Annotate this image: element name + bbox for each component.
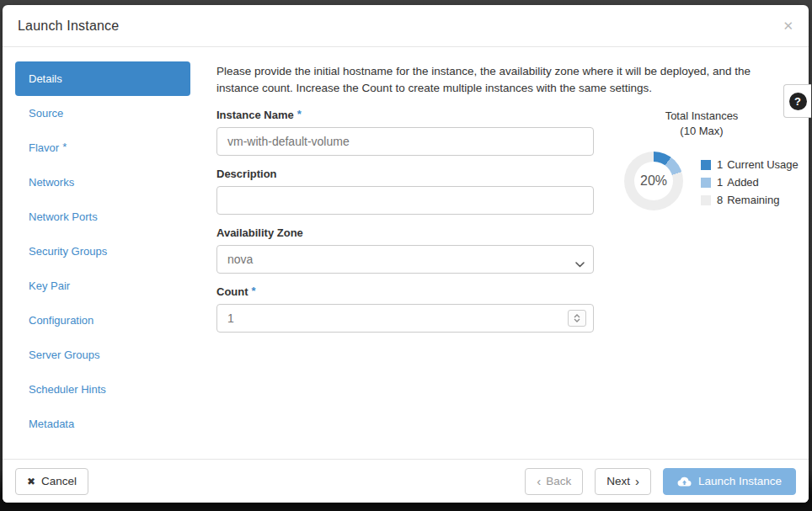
- sidebar-item-details[interactable]: Details: [15, 61, 190, 96]
- launch-instance-button[interactable]: Launch Instance: [663, 468, 796, 495]
- availability-zone-label: Availability Zone: [216, 226, 594, 239]
- sidebar-item-metadata[interactable]: Metadata: [15, 407, 190, 441]
- wizard-nav: Details Source Flavor* Networks Network …: [15, 61, 190, 459]
- legend-swatch: [701, 160, 711, 170]
- instance-name-label: Instance Name*: [216, 109, 594, 121]
- right-caret-icon: ›: [635, 475, 639, 487]
- cloud-upload-icon: [677, 476, 692, 487]
- count-input[interactable]: [216, 304, 594, 333]
- legend-swatch: [701, 195, 711, 205]
- count-stepper[interactable]: [568, 310, 586, 327]
- sidebar-item-security-groups[interactable]: Security Groups: [15, 234, 190, 269]
- sidebar-item-scheduler-hints[interactable]: Scheduler Hints: [15, 372, 190, 407]
- left-caret-icon: ‹: [537, 475, 541, 487]
- stepper-down-icon: [574, 318, 580, 322]
- modal-footer: ✖ Cancel ‹ Back Next › Launch Instance: [3, 459, 809, 503]
- modal-body: ? Details Source Flavor* Networks Networ…: [3, 47, 809, 459]
- description-input[interactable]: [216, 186, 594, 215]
- modal-header: Launch Instance ✕: [3, 5, 809, 47]
- legend-swatch: [701, 178, 711, 188]
- count-label: Count*: [216, 285, 594, 298]
- step-intro-text: Please provide the initial hostname for …: [216, 63, 777, 97]
- instance-name-input[interactable]: [216, 127, 594, 156]
- legend-item-added: 1Added: [701, 176, 799, 189]
- required-asterisk: *: [252, 285, 256, 297]
- modal-title: Launch Instance: [18, 19, 119, 34]
- required-asterisk: *: [297, 108, 302, 120]
- next-button[interactable]: Next ›: [595, 468, 651, 495]
- legend-item-current-usage: 1Current Usage: [701, 158, 799, 171]
- total-instances-panel: Total Instances (10 Max) 20% 1Current Us…: [606, 109, 798, 344]
- question-icon: ?: [789, 93, 807, 110]
- sidebar-item-network-ports[interactable]: Network Ports: [15, 200, 190, 234]
- donut-percentage: 20%: [624, 152, 683, 210]
- sidebar-item-key-pair[interactable]: Key Pair: [15, 269, 190, 303]
- description-label: Description: [216, 168, 594, 180]
- cancel-button[interactable]: ✖ Cancel: [15, 468, 88, 495]
- chart-title: Total Instances (10 Max): [606, 109, 798, 139]
- help-button[interactable]: ?: [783, 84, 811, 118]
- total-instances-donut: 20%: [624, 152, 683, 210]
- sidebar-item-flavor[interactable]: Flavor*: [15, 130, 190, 165]
- availability-zone-select[interactable]: nova: [216, 245, 594, 274]
- sidebar-item-configuration[interactable]: Configuration: [15, 303, 190, 338]
- back-button[interactable]: ‹ Back: [525, 468, 583, 495]
- launch-instance-modal: Launch Instance ✕ ? Details Source Flavo…: [3, 5, 809, 503]
- sidebar-item-source[interactable]: Source: [15, 96, 190, 130]
- chart-legend: 1Current Usage 1Added 8Remaining: [701, 158, 799, 211]
- details-step-content: Please provide the initial hostname for …: [216, 61, 798, 459]
- close-icon[interactable]: ✕: [783, 19, 793, 32]
- legend-item-remaining: 8Remaining: [701, 194, 799, 206]
- x-icon: ✖: [27, 476, 35, 487]
- sidebar-item-networks[interactable]: Networks: [15, 165, 190, 200]
- sidebar-item-server-groups[interactable]: Server Groups: [15, 338, 190, 372]
